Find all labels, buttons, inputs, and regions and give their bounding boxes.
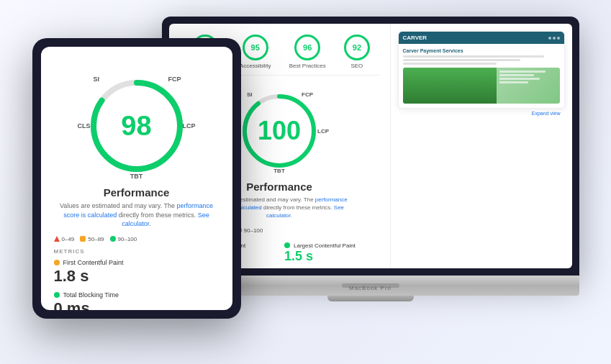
preview-nav-dots	[548, 37, 560, 40]
legend-90-100-label: 90–100	[118, 236, 137, 242]
badge-value-best-practices: 96	[303, 43, 312, 52]
badge-circle-best-practices: 96	[294, 35, 320, 60]
img-line-3	[499, 78, 539, 80]
text-line-2	[403, 59, 521, 61]
preview-image-area	[403, 68, 560, 104]
laptop-gauge-wrapper: SI FCP CLS LCP TBT 100	[232, 84, 326, 178]
tbt-value: 0 ms	[54, 299, 219, 310]
tbt-name: Total Blocking Time	[63, 291, 119, 299]
preview-card: CARVER Carver Payment Services	[398, 31, 565, 109]
preview-content: Carver Payment Services	[399, 44, 564, 108]
tablet-metrics-label: METRICS	[54, 248, 219, 255]
nav-dot-2	[553, 37, 556, 40]
badge-value-seo: 92	[353, 43, 361, 52]
img-line-1	[499, 70, 545, 73]
tablet-metric-tbt: Total Blocking Time 0 ms	[54, 291, 219, 310]
score-badge-seo: 92 SEO	[344, 35, 370, 69]
tbt-dot	[54, 292, 60, 298]
laptop-gauge-title: Performance	[246, 181, 312, 193]
laptop-metric-lcp: Largest Contentful Paint 1.5 s	[281, 240, 379, 267]
laptop-metric-lcp-value: 1.5 s	[284, 249, 376, 264]
fcp-dot	[54, 260, 60, 265]
preview-image-green	[403, 68, 497, 104]
laptop-metric-lcp-name: Largest Contentful Paint	[294, 242, 356, 249]
fcp-name: First Contentful Paint	[63, 259, 124, 266]
tablet-score: 98	[121, 111, 151, 142]
legend-0-49-label: 0–49	[62, 236, 75, 242]
img-line-2	[499, 74, 534, 76]
legend-50-89-label: 50–89	[88, 236, 104, 242]
badge-label-seo: SEO	[350, 63, 363, 69]
laptop-brand: MacBook Pro	[349, 285, 392, 291]
scene: SI FCP CLS LCP TBT 98 Performance Values…	[32, 17, 579, 347]
laptop-right-panel: CARVER Carver Payment Services	[391, 24, 572, 268]
badge-label-best-practices: Best Practices	[289, 63, 326, 69]
tablet-metric-fcp: First Contentful Paint 1.8 s	[54, 259, 219, 286]
tablet-gauge: SI FCP CLS LCP TBT 98 Performance Values…	[54, 68, 219, 229]
legend-orange-dot	[80, 236, 86, 242]
preview-header: CARVER	[399, 32, 564, 44]
calculator-link[interactable]: See calculator.	[122, 211, 209, 228]
img-line-4	[499, 81, 528, 83]
badge-value-accessibility: 95	[251, 43, 260, 52]
score-badge-accessibility: 95 Accessibility	[240, 35, 271, 69]
nav-dot-3	[557, 37, 560, 40]
badge-label-accessibility: Accessibility	[240, 63, 271, 69]
fcp-value: 1.8 s	[54, 267, 219, 286]
performance-link[interactable]: performance score is calculated	[63, 202, 213, 219]
laptop-score: 100	[258, 116, 301, 146]
tablet-gauge-wrapper: SI FCP CLS LCP TBT 98	[79, 68, 194, 183]
preview-text-lines	[403, 55, 560, 65]
text-line-1	[403, 55, 544, 58]
tablet-screen: SI FCP CLS LCP TBT 98 Performance Values…	[41, 47, 232, 310]
tablet-gauge-subtitle: Values are estimated and may vary. The p…	[54, 201, 219, 229]
laptop-stand	[327, 296, 414, 301]
score-badge-best-practices: 96 Best Practices	[289, 35, 326, 69]
tablet-metrics: METRICS First Contentful Paint 1.8 s Tot…	[54, 248, 219, 310]
badge-circle-accessibility: 95	[243, 35, 268, 60]
preview-logo: CARVER	[403, 35, 427, 41]
legend-triangle-icon	[54, 236, 60, 242]
laptop-legend-90-100-label: 90–100	[244, 227, 263, 234]
laptop-lcp-dot	[284, 242, 290, 248]
badge-circle-seo: 92	[344, 35, 370, 60]
legend-90-100: 90–100	[110, 236, 137, 242]
tablet-legend: 0–49 50–89 90–100	[54, 236, 219, 242]
tablet: SI FCP CLS LCP TBT 98 Performance Values…	[32, 38, 241, 319]
legend-50-89: 50–89	[80, 236, 104, 242]
preview-image-right	[497, 68, 559, 104]
tablet-gauge-title: Performance	[104, 186, 170, 199]
legend-green-dot	[110, 236, 116, 242]
preview-site-title: Carver Payment Services	[403, 48, 560, 53]
legend-0-49: 0–49	[54, 236, 75, 242]
expand-view-link[interactable]: Expand view	[398, 109, 565, 118]
laptop-calc-link[interactable]: See calculator.	[266, 204, 344, 219]
nav-dot-1	[548, 37, 551, 40]
text-line-3	[403, 63, 497, 65]
